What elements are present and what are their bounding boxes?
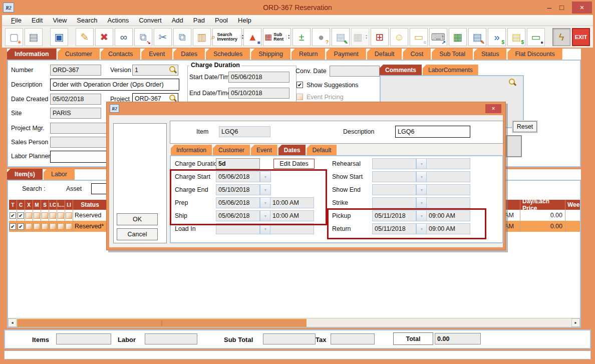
tab-sub-total[interactable]: Sub Total [432,49,473,60]
unchecked-box-icon[interactable] [50,223,56,230]
dialog-show-end-dropdown-icon[interactable]: ▼ [416,184,427,195]
checked-box-icon[interactable] [10,212,16,219]
project-mgr-field[interactable] [50,123,111,134]
checked-box-icon[interactable] [18,223,24,230]
conv-date-field[interactable] [330,66,380,77]
dialog-strike-time-field[interactable] [426,197,470,208]
unchecked-box-icon[interactable] [42,212,48,219]
price-notes-button[interactable]: ▤$ [507,28,525,46]
dialog-show-start-date-field[interactable] [372,171,416,182]
unchecked-box-icon[interactable] [58,212,64,219]
paste-button[interactable]: ▥ [193,28,211,46]
check-cell-i-i[interactable] [65,210,73,221]
dialog-item-list[interactable] [113,123,167,243]
ok-button[interactable]: OK [117,213,158,225]
dialog-ship-time-field[interactable]: 10:00 AM [270,210,314,221]
description-field[interactable]: Order with Operation Order (Ops Order) [50,79,179,91]
dialog-description-field[interactable]: LGQ6 [395,126,470,138]
exit-button[interactable]: EXIT [572,28,590,46]
scroll-right-icon[interactable]: ▸ [571,318,580,327]
sales-person-field[interactable] [50,137,111,148]
dialog-tab-information[interactable]: Information [171,145,212,155]
dialog-show-end-time-field[interactable] [426,184,470,195]
cube-button[interactable]: ▦ [449,28,467,46]
dialog-charge-end-dropdown-icon[interactable]: ▼ [260,184,271,195]
unchecked-box-icon[interactable] [42,223,48,230]
search-inventory-dropdown-icon[interactable]: ▾▾ [240,35,243,40]
week-price-cell[interactable]: 0.00 [565,221,581,232]
reset-button[interactable]: Reset [513,121,537,132]
cut-scissors-button[interactable]: ✂ [154,28,172,46]
dialog-pickup-time-field[interactable]: 09:00 AM [426,210,470,221]
menu-pad[interactable]: Pad [188,16,210,25]
day-each-price-cell[interactable]: 0.00 [520,221,565,232]
dialog-prep-date-field[interactable]: 05/06/2018 [216,197,260,208]
menu-add[interactable]: Add [167,16,188,25]
check-cell-m[interactable] [33,221,41,232]
availability-button[interactable]: ●? [312,28,330,46]
dialog-load-in-date-field[interactable] [216,223,260,234]
day-each-price-cell[interactable]: 0.00 [520,210,565,221]
dialog-charge-end-date-field[interactable]: 05/10/2018 [216,184,260,195]
dialog-strike-date-field[interactable] [372,197,416,208]
status-cell[interactable]: Reserved [73,210,107,221]
col-header-t[interactable]: T [9,200,17,210]
tab-item-s[interactable]: Item(s) [7,169,43,180]
dialog-tab-default[interactable]: Default [307,145,337,155]
dialog-show-start-time-field[interactable] [426,171,470,182]
dialog-rehearsal-time-field[interactable] [426,158,470,169]
unchecked-box-icon[interactable] [34,223,40,230]
check-cell-x[interactable] [25,210,33,221]
unchecked-box-icon[interactable] [66,223,72,230]
copy-button[interactable]: ⧉ [173,28,191,46]
tab-default[interactable]: Default [367,49,402,60]
dialog-strike-dropdown-icon[interactable]: ▼ [416,197,427,208]
number-field[interactable]: ORD-367 [50,65,101,76]
tab-laborcomments[interactable]: LaborComments [423,65,478,75]
check-cell-s[interactable] [41,221,49,232]
delivery-truck-button[interactable]: ▭● [527,28,545,46]
menu-actions[interactable]: Actions [103,16,134,25]
tab-dates[interactable]: Dates [173,49,205,60]
sub-rent-button[interactable]: ▦Sub Rent▾▾ [263,28,291,46]
unchecked-box-icon[interactable] [26,212,32,219]
dialog-ship-dropdown-icon[interactable]: ▼ [260,210,271,221]
tab-contacts[interactable]: Contacts [101,49,140,60]
week-price-cell[interactable]: 0.00 [565,210,581,221]
check-cell-c[interactable] [17,210,25,221]
checked-box-icon[interactable] [18,212,24,219]
show-suggestions-checkbox[interactable] [296,82,303,88]
org-chart-button[interactable]: ⊞ [371,28,389,46]
add-item-button[interactable]: ± [292,28,311,46]
quick-lightning-button[interactable]: ϟ [552,28,570,46]
delete-button[interactable]: ✖ [95,28,113,46]
project-search-icon[interactable] [169,95,177,102]
scrollbar-thumb[interactable]: ║ [17,319,307,327]
edit-pencil-button[interactable]: ✎ [76,28,94,46]
dialog-prep-dropdown-icon[interactable]: ▼ [260,197,271,208]
edit-notes-blue-button[interactable]: ▤✎ [468,28,486,46]
tab-status[interactable]: Status [474,49,506,60]
menu-edit[interactable]: Edit [27,16,48,25]
dialog-load-in-dropdown-icon[interactable]: ▼ [260,223,271,234]
unchecked-box-icon[interactable] [50,212,56,219]
check-cell-m[interactable] [33,210,41,221]
partial-button[interactable] [506,135,522,157]
dialog-charge-start-dropdown-icon[interactable]: ▼ [260,171,271,182]
scroll-left-icon[interactable]: ◂ [8,318,17,327]
col-header-day-each-price[interactable]: Day/Each Price [520,200,565,210]
tab-customer[interactable]: Customer [58,49,100,60]
status-cell[interactable]: Reserved* [73,221,107,232]
menu-pool[interactable]: Pool [210,16,233,25]
check-cell-i[interactable] [57,221,65,232]
version-search-icon[interactable] [169,66,177,74]
dialog-tab-customer[interactable]: Customer [213,145,250,155]
calendar-button[interactable]: ▦▾▾ [351,28,369,46]
find-binoculars-button[interactable]: ∞ [115,28,133,46]
check-cell-s[interactable] [41,210,49,221]
dialog-load-in-time-field[interactable] [270,223,314,234]
menu-convert[interactable]: Convert [134,16,167,25]
check-cell-i-c[interactable] [49,210,57,221]
col-header-i-i[interactable]: I.I [65,200,73,210]
tab-cost[interactable]: Cost [403,49,431,60]
